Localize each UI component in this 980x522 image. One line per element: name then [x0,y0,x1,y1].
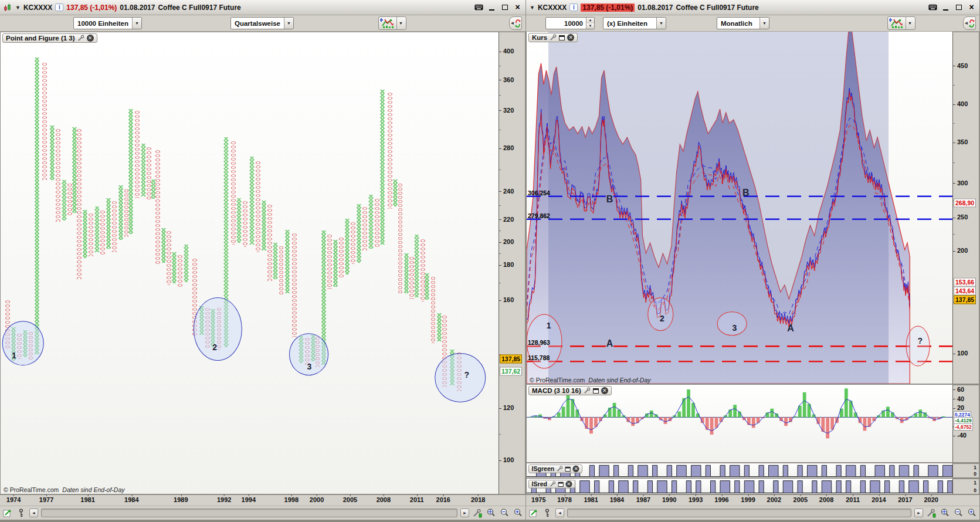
chart-type-button[interactable]: ▼ [378,16,406,30]
tick-label: -40 [957,432,967,439]
close-button[interactable]: × [967,3,976,12]
zoom-fit-icon[interactable] [940,508,950,518]
tick-label: 200 [957,247,968,254]
last-price-tag: 137,85 [500,355,522,364]
tick-mark [953,408,955,409]
scroll-left-button[interactable]: ◄ [29,509,38,517]
chart-type-button[interactable]: ▼ [887,16,915,30]
close-icon[interactable]: ✕ [567,34,574,41]
zoom-fit-icon[interactable] [486,508,496,518]
close-icon[interactable]: ✕ [601,387,608,394]
maximize-button[interactable] [500,3,509,12]
year-tick [291,494,292,496]
year-tick [13,494,14,496]
isgreen-axis: 1 0 [952,463,979,478]
pnf-price-axis[interactable]: 400360320280240220200180160120100137,851… [499,32,525,494]
close-button[interactable]: × [513,3,522,12]
zoom-in-icon[interactable] [967,508,977,518]
zoom-out-icon[interactable] [499,508,510,518]
key-icon[interactable] [542,508,552,518]
tick-label: 320 [503,107,514,114]
wrench-icon[interactable] [584,387,591,394]
window-icon[interactable] [558,482,563,486]
elliott-letter-b: B [606,194,613,205]
year-label: 2020 [924,496,938,503]
keyboard-icon[interactable] [928,3,937,12]
wrench-icon[interactable] [550,34,557,41]
key-icon[interactable] [16,508,26,518]
chart-settings-wrench-icon[interactable] [472,508,483,518]
info-icon[interactable]: i [569,4,578,11]
wrench-icon[interactable] [550,481,556,487]
spinner-arrows[interactable]: ▲▼ [586,18,594,29]
units-mode-dropdown[interactable]: (x) Einheiten ▼ [603,17,666,29]
units-spinner[interactable]: 10000 ▲▼ [545,17,595,29]
scroll-right-button[interactable]: ► [914,509,923,517]
isred-axis: 1 0 [952,479,979,494]
scroll-right-button[interactable]: ► [460,509,469,517]
period-dropdown[interactable]: Monatlich ▼ [717,17,769,29]
tick-mark [953,183,955,184]
window-icon[interactable] [593,388,599,394]
zoom-out-icon[interactable] [953,508,964,518]
kurs-time-axis[interactable]: 1975197819811984198719901993199619992002… [526,494,979,506]
export-chart-icon[interactable] [2,508,13,518]
year-tick [565,494,565,496]
isred-plot[interactable]: ISred ✕ [526,479,952,494]
close-icon[interactable]: ✕ [573,466,579,472]
horizontal-scrollbar[interactable] [41,509,457,517]
horizontal-scrollbar[interactable] [567,509,911,517]
spin-up-icon[interactable]: ▲ [586,18,594,23]
collapse-panel-button[interactable]: ◄ [963,16,976,30]
tick-mark [953,399,955,399]
close-icon[interactable]: ✕ [87,35,94,42]
year-label: 1992 [217,496,231,503]
is-one-label: 1 [974,480,976,486]
level-price-label: 115,788 [528,354,550,361]
info-icon[interactable]: i [55,4,63,11]
chart-type-icon [889,18,904,29]
year-label: 2008 [377,496,391,503]
tick-mark [953,389,955,390]
keyboard-icon[interactable] [474,3,483,12]
right-bottom-toolbar: ◄ ► [526,506,979,520]
macd-panel: MACD (3 10 16) ✕ 604020-20-400,2274-4,41… [526,384,979,463]
kurs-plot[interactable]: Kurs ✕ [526,32,952,384]
symbol-dropdown-caret[interactable]: ▼ [530,5,535,11]
wrench-icon[interactable] [77,35,84,42]
macd-plot[interactable]: MACD (3 10 16) ✕ [526,385,952,463]
window-icon[interactable] [565,466,571,471]
tick-mark [499,66,501,66]
pnf-plot[interactable]: Point and Figure (1 3) ✕ 123? © ProRealT… [0,32,499,494]
minimize-button[interactable] [487,3,496,12]
pnf-time-axis[interactable]: 1974197719811984198919921994199820002005… [0,494,525,506]
kurs-price-axis[interactable]: 450400350300250200100268,90153,66143,641… [952,32,979,384]
box-size-dropdown[interactable]: 10000 Einheiten ▼ [73,17,142,29]
year-label: 1990 [662,496,676,503]
period-dropdown[interactable]: Quartalsweise ▼ [230,17,294,29]
isgreen-plot[interactable]: ISgreen ✕ [526,463,952,478]
maximize-button[interactable] [954,3,963,12]
scroll-left-button[interactable]: ◄ [555,509,564,517]
window-icon[interactable] [559,35,565,40]
year-tick [224,494,225,496]
close-icon[interactable]: ✕ [565,481,572,487]
zoom-in-icon[interactable] [513,508,523,518]
annotation-circle-1 [2,321,43,366]
year-label: 2016 [436,496,450,503]
wrench-icon[interactable] [557,466,563,472]
minimize-button[interactable] [941,3,950,12]
macd-indicator-tab: MACD (3 10 16) ✕ [528,386,612,395]
spin-down-icon[interactable]: ▼ [586,23,594,29]
red-green-arrows-icon [969,18,975,29]
year-label: 1981 [80,496,94,503]
chart-settings-wrench-icon[interactable] [926,508,937,518]
symbol-dropdown-caret[interactable]: ▼ [15,5,21,11]
year-tick [317,494,317,496]
export-chart-icon[interactable] [528,508,539,518]
collapse-panel-button[interactable]: ◄ [509,16,522,30]
year-tick [181,494,181,496]
tick-mark [499,191,501,192]
macd-axis[interactable]: 604020-20-400,2274-4,4129-4,6752 [952,385,979,463]
year-tick [350,494,351,496]
